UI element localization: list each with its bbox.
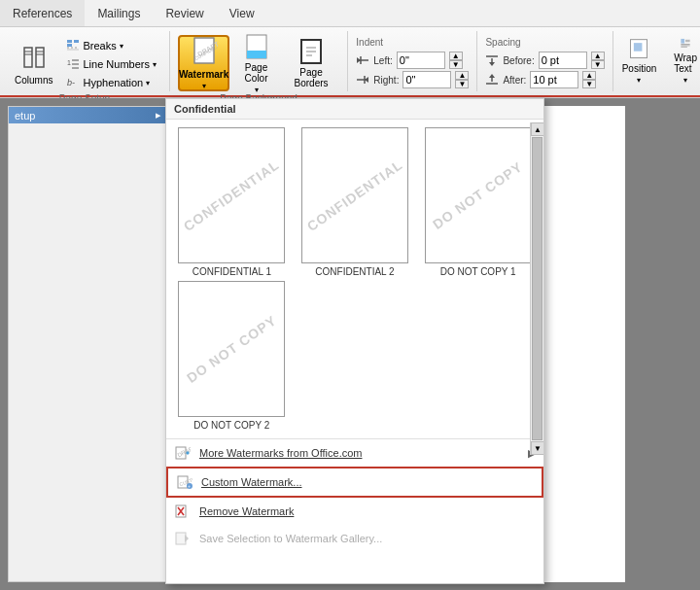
watermark-dropdown: Confidential CONFIDENTIAL CONFIDENTIAL 1… [165, 98, 544, 584]
watermark-preview-conf2: CONFIDENTIAL [301, 127, 408, 263]
watermark-item-dncopy1[interactable]: DO NOT COPY DO NOT COPY 1 [420, 127, 536, 277]
setup-close-icon[interactable]: ▸ [156, 109, 161, 121]
indent-left-row: Left: 0" ▲ ▼ [356, 52, 469, 69]
indent-group: Indent Left: 0" ▲ ▼ [348, 31, 477, 91]
indent-left-label: Left: [373, 55, 392, 66]
line-numbers-icon: 1 [66, 57, 80, 71]
line-numbers-label: Line Numbers [83, 58, 149, 70]
svg-rect-8 [74, 40, 79, 43]
custom-watermark-item[interactable]: CUSTOM + Custom Watermark... [166, 467, 543, 498]
arrange-group: Position ▾ Wrap Text ▾ [613, 31, 700, 91]
line-numbers-arrow-icon: ▾ [153, 60, 157, 69]
indent-right-up[interactable]: ▲ [455, 71, 469, 80]
indent-right-icon [356, 74, 369, 86]
spacing-before-input[interactable]: 0 pt [539, 52, 587, 69]
breaks-icon [66, 39, 80, 52]
watermark-text-dncopy1: DO NOT COPY [430, 158, 526, 232]
dropdown-menu: DRAFT More Watermarks from Office.com ▶ … [166, 438, 543, 552]
more-watermarks-label: More Watermarks from Office.com [199, 447, 520, 459]
spacing-after-label: After: [503, 75, 526, 86]
svg-rect-6 [67, 40, 72, 43]
hyphenation-arrow-icon: ▾ [146, 79, 150, 87]
watermark-label-conf1: CONFIDENTIAL 1 [192, 266, 271, 277]
watermark-text-conf2: CONFIDENTIAL [304, 156, 406, 234]
setup-panel: etup ▸ [8, 106, 168, 582]
spacing-before-up[interactable]: ▲ [591, 52, 605, 60]
watermark-text-dncopy2: DO NOT COPY [184, 312, 280, 386]
tab-references[interactable]: References [0, 0, 85, 26]
page-borders-icon [296, 38, 327, 65]
tab-review[interactable]: Review [153, 0, 216, 26]
indent-right-label: Right: [373, 75, 399, 86]
hyphenation-label: Hyphenation [83, 77, 143, 88]
watermark-label-dncopy2: DO NOT COPY 2 [193, 420, 269, 431]
position-button[interactable]: Position ▾ [613, 33, 666, 89]
columns-icon [18, 42, 50, 73]
spacing-group: Spacing Before: 0 pt ▲ ▼ [477, 31, 612, 91]
page-color-label: Page Color [238, 62, 273, 84]
breaks-button[interactable]: Breaks ▾ [61, 37, 160, 54]
remove-watermark-icon [174, 503, 192, 520]
svg-rect-7 [67, 44, 72, 47]
watermark-button[interactable]: DRAFT CONFIDE... Watermark ▾ [178, 35, 229, 91]
watermark-label: Watermark [179, 69, 228, 80]
spacing-after-icon [485, 74, 499, 86]
spacing-before-down[interactable]: ▼ [591, 60, 605, 69]
custom-watermark-label: Custom Watermark... [201, 476, 534, 488]
svg-marker-59 [185, 535, 189, 542]
page-color-icon [241, 33, 272, 60]
spacing-after-input[interactable]: 10 pt [530, 71, 578, 88]
watermark-label-conf2: CONFIDENTIAL 2 [315, 266, 394, 277]
spacing-before-spinner[interactable]: ▲ ▼ [591, 52, 605, 69]
svg-text:1: 1 [67, 59, 71, 66]
indent-left-up[interactable]: ▲ [449, 52, 463, 60]
spacing-after-spinner[interactable]: ▲ ▼ [582, 71, 596, 88]
custom-watermark-icon: CUSTOM + [176, 473, 193, 491]
spacing-after-up[interactable]: ▲ [582, 71, 596, 80]
watermark-preview-dncopy1: DO NOT COPY [425, 127, 532, 263]
watermark-item-dncopy2[interactable]: DO NOT COPY DO NOT COPY 2 [174, 281, 290, 431]
page-borders-button[interactable]: Page Borders [283, 35, 340, 91]
wrap-text-button[interactable]: Wrap Text ▾ [665, 33, 700, 89]
dropdown-scrollbar: ▲ ▼ [530, 122, 543, 455]
watermark-icon: DRAFT CONFIDE... [189, 36, 220, 67]
indent-right-spinner[interactable]: ▲ ▼ [455, 71, 469, 88]
breaks-label: Breaks [83, 40, 116, 52]
indent-left-down[interactable]: ▼ [449, 60, 463, 69]
spacing-before-icon [485, 54, 499, 66]
svg-rect-1 [36, 48, 44, 67]
indent-left-input[interactable]: 0" [397, 52, 445, 69]
svg-rect-39 [634, 43, 643, 52]
scroll-down-button[interactable]: ▼ [531, 441, 544, 455]
spacing-label: Spacing [485, 37, 604, 48]
more-watermarks-item[interactable]: DRAFT More Watermarks from Office.com ▶ [166, 439, 543, 467]
svg-rect-21 [247, 51, 266, 58]
watermark-preview-conf1: CONFIDENTIAL [178, 127, 285, 263]
watermark-preview-dncopy2: DO NOT COPY [178, 281, 285, 417]
line-numbers-button[interactable]: 1 Line Numbers ▾ [61, 55, 160, 73]
watermark-item-conf2[interactable]: CONFIDENTIAL CONFIDENTIAL 2 [298, 127, 413, 277]
watermark-text-conf1: CONFIDENTIAL [181, 156, 283, 234]
remove-watermark-item[interactable]: Remove Watermark [166, 498, 543, 525]
save-watermark-item: Save Selection to Watermark Gallery... [166, 525, 543, 552]
watermark-dropdown-arrow: ▾ [202, 82, 206, 90]
tab-view[interactable]: View [217, 0, 267, 26]
svg-text:b-: b- [67, 78, 75, 87]
indent-right-down[interactable]: ▼ [455, 80, 469, 88]
indent-right-input[interactable]: 0" [402, 71, 451, 88]
spacing-before-label: Before: [503, 55, 534, 66]
watermark-group: DRAFT CONFIDE... Watermark ▾ [170, 31, 348, 91]
page-color-button[interactable]: Page Color ▾ [231, 35, 280, 91]
columns-button[interactable]: Columns [8, 35, 59, 91]
save-watermark-label: Save Selection to Watermark Gallery... [199, 533, 536, 544]
wrap-text-arrow-icon: ▾ [683, 76, 687, 85]
watermark-item-conf1[interactable]: CONFIDENTIAL CONFIDENTIAL 1 [174, 127, 290, 277]
position-icon [627, 38, 650, 61]
scroll-up-button[interactable]: ▲ [531, 122, 544, 136]
indent-right-row: Right: 0" ▲ ▼ [356, 71, 469, 88]
indent-left-spinner[interactable]: ▲ ▼ [449, 52, 463, 69]
hyphenation-button[interactable]: b- Hyphenation ▾ [61, 74, 160, 91]
spacing-after-down[interactable]: ▼ [582, 80, 596, 88]
tab-mailings[interactable]: Mailings [85, 0, 153, 26]
watermark-grid-row1: CONFIDENTIAL CONFIDENTIAL 1 CONFIDENTIAL… [166, 120, 543, 281]
